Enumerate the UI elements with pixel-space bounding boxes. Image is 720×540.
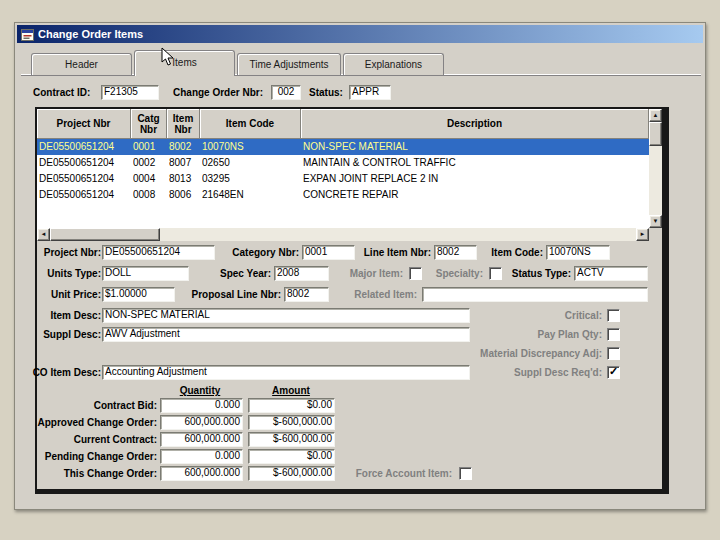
force-account-item-checkbox[interactable] — [459, 467, 472, 480]
co-item-desc-field[interactable]: Accounting Adjustment — [102, 365, 470, 380]
pending-change-order-label: Pending Change Order: — [23, 449, 157, 464]
co-item-desc-label: CO Item Desc: — [21, 365, 101, 380]
major-item-checkbox[interactable] — [409, 267, 422, 280]
contract-bid-quantity-field[interactable]: 0.000 — [160, 398, 243, 413]
this-change-order-quantity-field[interactable]: 600,000.000 — [160, 466, 243, 481]
amount-column-header: Amount — [247, 384, 335, 397]
item-code-label: Item Code: — [481, 245, 543, 260]
status-label: Status: — [309, 85, 343, 100]
cell-description: CONCRETE REPAIR — [303, 189, 647, 200]
project-nbr-label: Project Nbr: — [21, 245, 101, 260]
pay-plan-qty-label: Pay Plan Qty: — [487, 327, 602, 342]
scroll-left-icon[interactable]: ◄ — [37, 228, 50, 241]
suppl-desc-label: Suppl Desc: — [21, 327, 101, 342]
status-type-field[interactable]: ACTV — [574, 266, 648, 281]
cell-item-code: 21648EN — [202, 189, 298, 200]
units-type-field[interactable]: DOLL — [102, 266, 189, 281]
cell-item-code: 10070NS — [202, 141, 298, 152]
cell-description: MAINTAIN & CONTROL TRAFFIC — [303, 157, 647, 168]
line-item-nbr-field[interactable]: 8002 — [434, 245, 477, 260]
cell-catg-nbr: 0008 — [133, 189, 165, 200]
status-type-label: Status Type: — [503, 266, 571, 281]
item-code-field[interactable]: 10070NS — [546, 245, 610, 260]
item-desc-label: Item Desc: — [21, 308, 101, 323]
tab-time-adjustments[interactable]: Time Adjustments — [237, 53, 341, 75]
window-title: Change Order Items — [38, 28, 143, 40]
pending-change-order-amount-field[interactable]: $0.00 — [248, 449, 335, 464]
col-header-project-nbr: Project Nbr — [37, 109, 131, 139]
specialty-checkbox[interactable] — [489, 267, 502, 280]
scroll-down-icon[interactable]: ▼ — [649, 215, 662, 228]
force-account-item-label: Force Account Item: — [332, 466, 452, 481]
contract-id-field[interactable]: F21305 — [101, 85, 159, 100]
related-item-field[interactable] — [422, 287, 648, 302]
cell-item-nbr: 8007 — [169, 157, 199, 168]
proposal-line-nbr-field[interactable]: 8002 — [284, 287, 329, 302]
titlebar[interactable]: Change Order Items — [17, 25, 703, 43]
col-header-catg-nbr: Catg Nbr — [131, 109, 167, 139]
proposal-line-nbr-label: Proposal Line Nbr: — [177, 287, 281, 302]
cell-catg-nbr: 0002 — [133, 157, 165, 168]
this-change-order-amount-field[interactable]: $-600,000.00 — [248, 466, 335, 481]
col-header-item-nbr: Item Nbr — [167, 109, 200, 139]
vertical-scroll-thumb[interactable] — [649, 122, 662, 146]
tab-items[interactable]: Items — [134, 50, 235, 76]
cell-project-nbr: DE05500651204 — [39, 189, 129, 200]
category-nbr-field[interactable]: 0001 — [302, 245, 355, 260]
spec-year-field[interactable]: 2008 — [274, 266, 329, 281]
cell-project-nbr: DE05500651204 — [39, 173, 129, 184]
cell-description: EXPAN JOINT REPLACE 2 IN — [303, 173, 647, 184]
status-field[interactable]: APPR — [349, 85, 391, 100]
approved-change-order-label: Approved Change Order: — [23, 415, 157, 430]
tab-explanations[interactable]: Explanations — [343, 53, 444, 75]
col-header-item-code: Item Code — [200, 109, 301, 139]
suppl-desc-field[interactable]: AWV Adjustment — [102, 327, 470, 342]
contract-bid-amount-field[interactable]: $0.00 — [248, 398, 335, 413]
spec-year-label: Spec Year: — [187, 266, 271, 281]
approved-change-order-amount-field[interactable]: $-600,000.00 — [248, 415, 335, 430]
tab-header[interactable]: Header — [31, 53, 132, 75]
cell-item-code: 02650 — [202, 157, 298, 168]
material-discrepancy-checkbox[interactable] — [607, 347, 620, 360]
grid-row[interactable]: DE05500651204 0008 8006 21648EN CONCRETE… — [37, 187, 649, 203]
this-change-order-label: This Change Order: — [23, 466, 157, 481]
horizontal-scroll-thumb[interactable] — [50, 228, 160, 241]
current-contract-amount-field[interactable]: $-600,000.00 — [248, 432, 335, 447]
horizontal-scrollbar[interactable]: ◄ ► — [37, 228, 649, 241]
project-nbr-field[interactable]: DE05500651204 — [102, 245, 215, 260]
scroll-right-icon[interactable]: ► — [636, 228, 649, 241]
change-order-nbr-field[interactable]: 002 — [271, 85, 301, 100]
approved-change-order-quantity-field[interactable]: 600,000.000 — [160, 415, 243, 430]
unit-price-label: Unit Price: — [21, 287, 101, 302]
cell-catg-nbr: 0004 — [133, 173, 165, 184]
cell-description: NON-SPEC MATERIAL — [303, 141, 647, 152]
related-item-label: Related Item: — [335, 287, 417, 302]
critical-label: Critical: — [487, 308, 602, 323]
suppl-desc-reqd-checkbox[interactable] — [607, 366, 620, 379]
cell-item-nbr: 8013 — [169, 173, 199, 184]
cell-project-nbr: DE05500651204 — [39, 141, 129, 152]
grid-row[interactable]: DE05500651204 0004 8013 03295 EXPAN JOIN… — [37, 171, 649, 187]
unit-price-field[interactable]: $1.00000 — [102, 287, 175, 302]
specialty-label: Specialty: — [425, 266, 483, 281]
category-nbr-label: Category Nbr: — [219, 245, 299, 260]
content-frame: Project Nbr Catg Nbr Item Nbr Item Code … — [35, 107, 669, 494]
item-desc-field[interactable]: NON-SPEC MATERIAL — [102, 308, 470, 323]
major-item-label: Major Item: — [333, 266, 403, 281]
current-contract-quantity-field[interactable]: 600,000.000 — [160, 432, 243, 447]
grid-row[interactable]: DE05500651204 0002 8007 02650 MAINTAIN &… — [37, 155, 649, 171]
pending-change-order-quantity-field[interactable]: 0.000 — [160, 449, 243, 464]
material-discrepancy-label: Material Discrepancy Adj: — [457, 346, 602, 361]
cell-item-nbr: 8002 — [169, 141, 199, 152]
window-icon — [21, 28, 34, 41]
grid-row-selected[interactable]: DE05500651204 0001 8002 10070NS NON-SPEC… — [37, 139, 649, 155]
cell-catg-nbr: 0001 — [133, 141, 165, 152]
quantity-column-header: Quantity — [157, 384, 243, 397]
vertical-scrollbar[interactable]: ▲ ▼ — [649, 109, 662, 228]
current-contract-label: Current Contract: — [23, 432, 157, 447]
pay-plan-qty-checkbox[interactable] — [607, 328, 620, 341]
cell-item-code: 03295 — [202, 173, 298, 184]
critical-checkbox[interactable] — [607, 309, 620, 322]
scroll-up-icon[interactable]: ▲ — [649, 109, 662, 122]
line-item-nbr-label: Line Item Nbr: — [359, 245, 431, 260]
